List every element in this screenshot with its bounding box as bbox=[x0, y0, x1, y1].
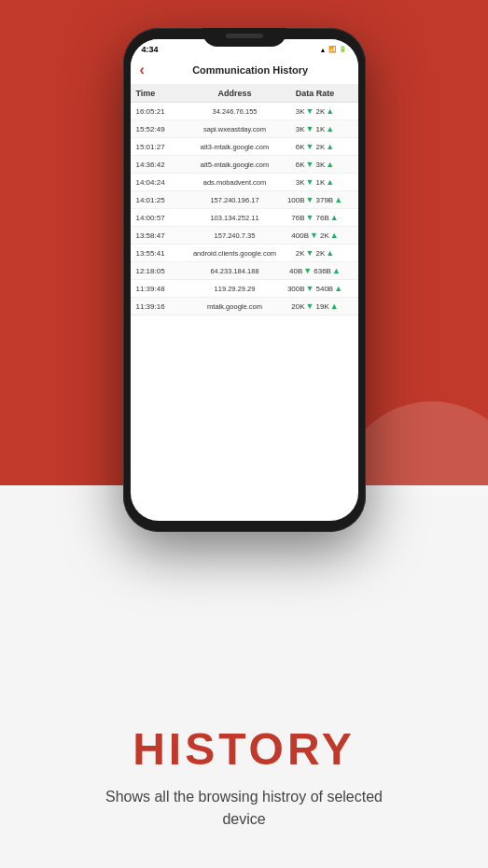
down-value: 6K bbox=[296, 161, 305, 169]
table-body: 16:05:21 34.246.76.155 3K ▼ 2K ▲ 15:52:4… bbox=[131, 103, 358, 315]
rate-down: 100B ▼ bbox=[287, 195, 314, 204]
phone-wrapper: 4:34 ▲ 📶 🔋 ‹ Communication History Time … bbox=[123, 28, 366, 532]
up-value: 2K bbox=[316, 143, 326, 151]
table-row: 15:01:27 alt3-mtalk.google.com 6K ▼ 2K ▲ bbox=[131, 138, 358, 156]
rate-down: 3K ▼ bbox=[296, 177, 314, 187]
cell-rate: 3K ▼ 1K ▲ bbox=[278, 177, 353, 187]
table-row: 14:04:24 ads.mobadvent.com 3K ▼ 1K ▲ bbox=[131, 174, 358, 191]
up-value: 540B bbox=[316, 285, 334, 293]
cell-address: 157.240.7.35 bbox=[192, 231, 278, 240]
table-row: 12:18:05 64.233.184.188 40B ▼ 636B ▲ bbox=[131, 262, 358, 280]
history-title: HISTORY bbox=[132, 723, 356, 775]
battery-icon: 🔋 bbox=[339, 46, 347, 53]
rate-down: 300B ▼ bbox=[287, 284, 314, 293]
rate-up: 540B ▲ bbox=[316, 284, 343, 293]
table-row: 16:05:21 34.246.76.155 3K ▼ 2K ▲ bbox=[131, 103, 358, 120]
cell-address: alt3-mtalk.google.com bbox=[192, 143, 278, 151]
rate-down: 3K ▼ bbox=[296, 124, 314, 133]
up-arrow-icon: ▲ bbox=[326, 124, 334, 133]
cell-time: 14:04:24 bbox=[136, 178, 192, 187]
cell-time: 14:01:25 bbox=[136, 196, 192, 204]
cell-address: android.clients.google.com bbox=[192, 249, 278, 258]
cell-address: ads.mobadvent.com bbox=[192, 178, 278, 187]
rate-down: 20K ▼ bbox=[291, 301, 314, 311]
phone-speaker bbox=[226, 34, 263, 38]
cell-time: 14:00:57 bbox=[136, 214, 192, 222]
down-arrow-icon: ▼ bbox=[306, 106, 314, 116]
down-arrow-icon: ▼ bbox=[306, 248, 314, 258]
down-arrow-icon: ▼ bbox=[306, 142, 314, 151]
cell-time: 15:01:27 bbox=[136, 143, 192, 151]
down-arrow-icon: ▼ bbox=[306, 124, 314, 133]
table-row: 11:39:48 119.29.29.29 300B ▼ 540B ▲ bbox=[131, 280, 358, 298]
down-arrow-icon: ▼ bbox=[310, 231, 318, 240]
down-arrow-icon: ▼ bbox=[306, 195, 314, 204]
down-value: 40B bbox=[289, 267, 302, 275]
up-value: 2K bbox=[316, 249, 326, 258]
rate-down: 6K ▼ bbox=[296, 160, 314, 169]
cell-time: 15:52:49 bbox=[136, 125, 192, 133]
table-row: 13:58:47 157.240.7.35 400B ▼ 2K ▲ bbox=[131, 227, 358, 245]
phone-content: 4:34 ▲ 📶 🔋 ‹ Communication History Time … bbox=[131, 39, 358, 521]
header-datarate: Data Rate bbox=[278, 89, 353, 98]
up-arrow-icon: ▲ bbox=[332, 266, 341, 275]
cell-rate: 300B ▼ 540B ▲ bbox=[278, 284, 353, 293]
cell-rate: 40B ▼ 636B ▲ bbox=[278, 266, 353, 275]
table-header: Time Address Data Rate bbox=[131, 85, 358, 103]
cell-address: alt5-mtalk.google.com bbox=[192, 161, 278, 169]
cell-time: 12:18:05 bbox=[136, 267, 192, 275]
rate-down: 2K ▼ bbox=[296, 248, 314, 258]
rate-down: 3K ▼ bbox=[296, 106, 314, 116]
table-row: 14:36:42 alt5-mtalk.google.com 6K ▼ 3K ▲ bbox=[131, 156, 358, 174]
cell-rate: 2K ▼ 2K ▲ bbox=[278, 248, 353, 258]
cell-address: 34.246.76.155 bbox=[192, 107, 278, 116]
table-row: 13:55:41 android.clients.google.com 2K ▼… bbox=[131, 245, 358, 262]
up-arrow-icon: ▲ bbox=[330, 301, 339, 311]
rate-up: 19K ▲ bbox=[316, 301, 339, 311]
status-time: 4:34 bbox=[142, 45, 159, 54]
up-value: 76B bbox=[316, 214, 329, 222]
rate-up: 2K ▲ bbox=[320, 231, 339, 240]
rate-up: 3K ▲ bbox=[316, 160, 335, 169]
cell-rate: 6K ▼ 3K ▲ bbox=[278, 160, 353, 169]
up-value: 379B bbox=[316, 196, 334, 204]
rate-up: 76B ▲ bbox=[316, 213, 339, 222]
down-value: 20K bbox=[291, 302, 304, 311]
cell-time: 11:39:48 bbox=[136, 285, 192, 293]
down-value: 100B bbox=[287, 196, 305, 204]
header-time: Time bbox=[136, 89, 192, 98]
header-address: Address bbox=[192, 89, 278, 98]
down-arrow-icon: ▼ bbox=[303, 266, 312, 275]
back-button[interactable]: ‹ bbox=[140, 62, 145, 78]
nav-bar: ‹ Communication History bbox=[131, 56, 358, 85]
cell-rate: 20K ▼ 19K ▲ bbox=[278, 301, 353, 311]
up-arrow-icon: ▲ bbox=[326, 248, 334, 258]
cell-rate: 6K ▼ 2K ▲ bbox=[278, 142, 353, 151]
cell-rate: 3K ▼ 1K ▲ bbox=[278, 124, 353, 133]
signal-icon: 📶 bbox=[328, 46, 337, 53]
bottom-section: HISTORY Shows all the browsing histroy o… bbox=[0, 495, 488, 868]
up-arrow-icon: ▲ bbox=[326, 160, 334, 169]
table-row: 15:52:49 sapi.wxeastday.com 3K ▼ 1K ▲ bbox=[131, 120, 358, 138]
cell-time: 11:39:16 bbox=[136, 302, 192, 311]
cell-rate: 76B ▼ 76B ▲ bbox=[278, 213, 353, 222]
rate-up: 636B ▲ bbox=[314, 266, 341, 275]
down-arrow-icon: ▼ bbox=[306, 160, 314, 169]
history-description: Shows all the browsing histroy of select… bbox=[95, 786, 394, 831]
up-arrow-icon: ▲ bbox=[330, 231, 339, 240]
table-scroll: 16:05:21 34.246.76.155 3K ▼ 2K ▲ 15:52:4… bbox=[131, 103, 358, 521]
up-value: 1K bbox=[316, 178, 326, 187]
phone-device: 4:34 ▲ 📶 🔋 ‹ Communication History Time … bbox=[123, 28, 366, 532]
down-value: 3K bbox=[296, 107, 305, 116]
up-value: 2K bbox=[316, 107, 326, 116]
rate-up: 2K ▲ bbox=[316, 142, 335, 151]
up-arrow-icon: ▲ bbox=[326, 106, 334, 116]
down-arrow-icon: ▼ bbox=[306, 177, 314, 187]
rate-up: 2K ▲ bbox=[316, 248, 335, 258]
table-row: 11:39:16 mtalk.google.com 20K ▼ 19K ▲ bbox=[131, 298, 358, 315]
status-icons: ▲ 📶 🔋 bbox=[320, 46, 347, 53]
nav-title: Communication History bbox=[152, 64, 349, 76]
rate-up: 1K ▲ bbox=[316, 124, 335, 133]
phone-screen: 4:34 ▲ 📶 🔋 ‹ Communication History Time … bbox=[131, 39, 358, 521]
wifi-icon: ▲ bbox=[320, 47, 327, 53]
